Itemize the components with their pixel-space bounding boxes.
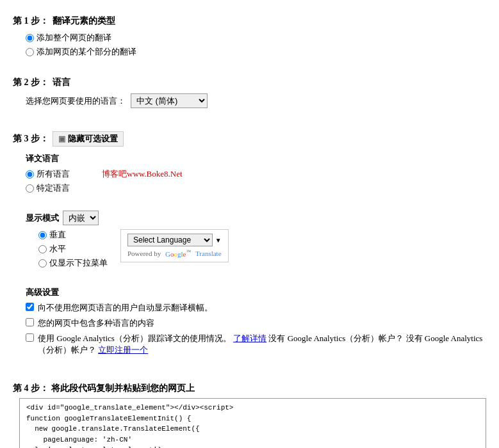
orientation-horizontal-radio[interactable] <box>38 245 47 253</box>
specific-langs-item: 特定语言 <box>26 182 70 194</box>
checkbox2[interactable] <box>26 318 34 326</box>
checkbox3[interactable] <box>26 333 34 342</box>
step3-toggle-button[interactable]: ▣ 隐藏可选设置 <box>53 131 124 147</box>
orientation-horizontal-item: 水平 <box>38 243 108 255</box>
orientation-vertical-label: 垂直 <box>49 229 66 241</box>
checkbox1-item: 向不使用您网页语言的用户自动显示翻译横幅。 <box>26 302 486 314</box>
step1-label: 第 1 步： <box>13 15 49 27</box>
advanced-section: 高级设置 向不使用您网页语言的用户自动显示翻译横幅。 您的网页中包含多种语言的内… <box>13 287 486 356</box>
step3-box-icon: ▣ <box>58 134 65 144</box>
step4-header: 第 4 步： 将此段代码复制并粘贴到您的网页上 <box>13 383 486 394</box>
register-link[interactable]: 立即注册一个 <box>98 345 148 355</box>
google-translate-widget: Select Language ▼ Powered by Google™ Tra… <box>120 229 229 262</box>
step1-option2-item: 添加网页的某个部分的翻译 <box>26 46 486 58</box>
all-langs-label: 所有语言 <box>37 168 70 180</box>
step3-label: 第 3 步： <box>13 133 49 145</box>
checkbox1[interactable] <box>26 303 34 311</box>
step4-title: 将此段代码复制并粘贴到您的网页上 <box>51 383 195 393</box>
step1-option1-label: 添加整个网页的翻译 <box>37 32 111 44</box>
step1-header: 第 1 步： 翻译元素的类型 <box>13 15 486 27</box>
advanced-title: 高级设置 <box>26 287 486 298</box>
google-sup: ™ <box>186 249 191 255</box>
step1-radio-group: 添加整个网页的翻译 添加网页的某个部分的翻译 <box>26 32 486 58</box>
code-line-1: <div id="google_translate_element"></div… <box>26 403 479 413</box>
widget-bottom: Powered by Google™ Translate <box>127 249 222 258</box>
checkbox2-item: 您的网页中包含多种语言的内容 <box>26 317 486 329</box>
specific-langs-radio[interactable] <box>26 184 34 193</box>
orientation-vertical-item: 垂直 <box>38 229 108 241</box>
step3-button-label: 隐藏可选设置 <box>68 133 118 145</box>
source-lang-title: 译文语言 <box>26 153 486 164</box>
all-langs-item: 所有语言 <box>26 168 70 180</box>
checkbox1-label: 向不使用您网页语言的用户自动显示翻译横幅。 <box>38 302 213 314</box>
orientation-dropdown-radio[interactable] <box>38 259 47 268</box>
source-lang-row: 所有语言 特定语言 博客吧www.Boke8.Net <box>26 168 486 194</box>
code-line-4: pageLanguage: 'zh-CN' <box>26 435 479 445</box>
step2-title: 语言 <box>53 77 70 88</box>
optional-section: 译文语言 所有语言 特定语言 博客吧www.Boke8.Net 显示模式 内嵌 … <box>26 153 486 269</box>
google-g: G <box>165 250 170 258</box>
step4-label: 第 4 步： <box>13 383 49 393</box>
advanced-content: 向不使用您网页语言的用户自动显示翻译横幅。 您的网页中包含多种语言的内容 使用 … <box>26 302 486 356</box>
step2-header: 第 2 步： 语言 <box>13 77 486 88</box>
widget-translate-text: Translate <box>195 250 222 257</box>
widget-powered-by: Powered by <box>127 250 161 257</box>
all-langs-radio[interactable] <box>26 170 34 179</box>
widget-arrow-icon: ▼ <box>215 237 222 244</box>
step1-content: 添加整个网页的翻译 添加网页的某个部分的翻译 <box>26 32 486 58</box>
code-line-3: new google.translate.TranslateElement({ <box>26 424 479 435</box>
display-mode-label: 显示模式 <box>26 212 59 224</box>
step2-content: 选择您网页要使用的语言： 中文 (简体) English 日本語 <box>26 93 486 108</box>
orientation-preview: 垂直 水平 仅显示下拉菜单 Select Language ▼ Powered … <box>38 229 486 269</box>
step1-option1-item: 添加整个网页的翻译 <box>26 32 486 44</box>
watermark-text: 博客吧www.Boke8.Net <box>102 168 183 180</box>
step2-label: 第 2 步： <box>13 77 49 88</box>
code-line-2: function googleTranslateElementInit() { <box>26 413 479 424</box>
language-select[interactable]: 中文 (简体) English 日本語 <box>131 93 208 108</box>
widget-google-text: Google™ <box>165 249 191 258</box>
checkbox3-prefix: 使用 Google Analytics（分析）跟踪译文的使用情况。 <box>38 333 231 343</box>
orientation-dropdown-label: 仅显示下拉菜单 <box>49 257 108 269</box>
source-lang-radios: 所有语言 特定语言 <box>26 168 70 194</box>
orientation-horizontal-label: 水平 <box>49 243 66 255</box>
orientation-vertical-radio[interactable] <box>38 231 47 239</box>
step1-title: 翻译元素的类型 <box>53 15 115 27</box>
step1-option2-radio[interactable] <box>26 48 34 56</box>
checkbox3-content: 使用 Google Analytics（分析）跟踪译文的使用情况。 了解详情 没… <box>38 333 486 356</box>
specific-langs-label: 特定语言 <box>37 182 70 194</box>
display-mode-row: 显示模式 内嵌 弹出 <box>26 211 486 225</box>
step1-option1-radio[interactable] <box>26 34 34 42</box>
widget-top: Select Language ▼ <box>127 234 222 246</box>
checkbox2-label: 您的网页中包含多种语言的内容 <box>38 317 154 329</box>
orientation-options: 垂直 水平 仅显示下拉菜单 <box>38 229 108 269</box>
step1-option2-label: 添加网页的某个部分的翻译 <box>37 46 136 58</box>
orientation-dropdown-item: 仅显示下拉菜单 <box>38 257 108 269</box>
display-mode-select[interactable]: 内嵌 弹出 <box>63 211 99 225</box>
checkbox3-mid: 没有 Google Analytics（分析）帐户？ <box>268 333 404 343</box>
widget-language-select[interactable]: Select Language <box>127 234 213 246</box>
code-line-5: }, 'google_translate_element'); <box>26 445 479 448</box>
step3-header: 第 3 步： ▣ 隐藏可选设置 <box>13 131 486 147</box>
code-box: <div id="google_translate_element"></div… <box>19 398 486 448</box>
checkbox3-item: 使用 Google Analytics（分析）跟踪译文的使用情况。 了解详情 没… <box>26 333 486 356</box>
learn-more-link[interactable]: 了解详情 <box>233 333 266 343</box>
language-row: 选择您网页要使用的语言： 中文 (简体) English 日本語 <box>26 93 486 108</box>
language-prompt: 选择您网页要使用的语言： <box>26 95 126 107</box>
